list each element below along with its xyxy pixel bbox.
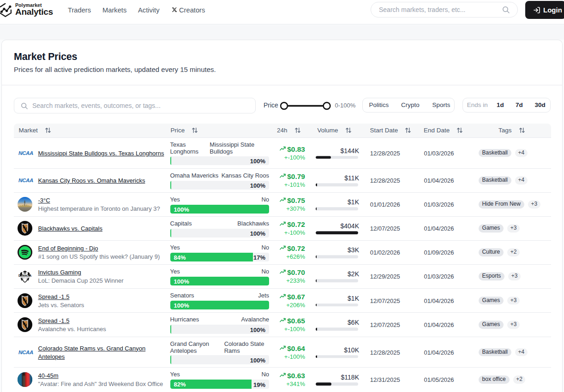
svg-text:CHAMPIONSHIP: CHAMPIONSHIP xyxy=(20,277,30,279)
